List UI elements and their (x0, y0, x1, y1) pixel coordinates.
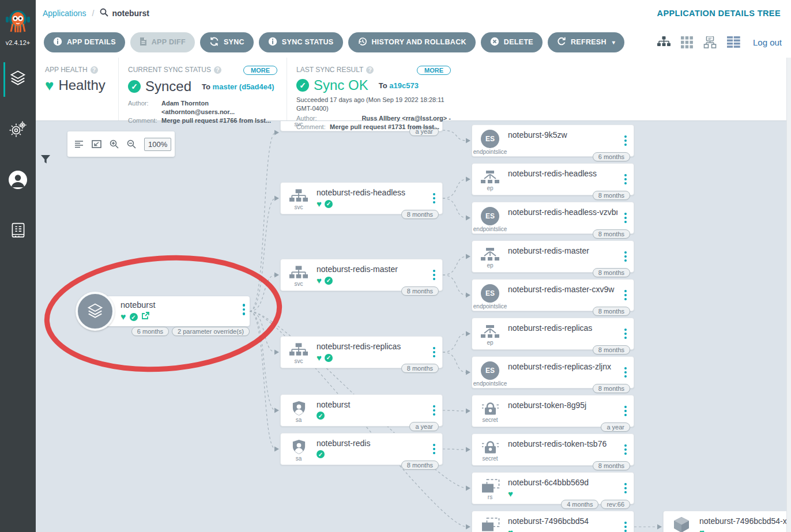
fit-to-screen-icon[interactable] (92, 140, 101, 148)
node-menu-button[interactable] (617, 164, 634, 195)
gear-icon (9, 121, 27, 139)
resource-node-es-cxv9w[interactable]: ESendpointslicenoteburst-redis-master-cx… (472, 279, 634, 311)
node-menu-button[interactable] (617, 434, 634, 465)
help-icon[interactable]: ? (366, 66, 374, 74)
kind-label: ep (487, 339, 493, 346)
node-badge: 8 months (401, 364, 439, 373)
node-menu-button[interactable] (617, 125, 634, 156)
node-badge: 8 months (593, 384, 630, 393)
resource-node-ep-redis-replicas[interactable]: epnoteburst-redis-replicas8 months (472, 318, 634, 350)
sidebar-item-settings[interactable] (0, 116, 36, 144)
node-menu-button[interactable] (426, 337, 442, 368)
sa-icon: sa (281, 395, 317, 426)
app-version: v2.4.12+ (6, 39, 31, 46)
network-view-icon[interactable] (703, 36, 717, 48)
zoom-out-icon[interactable] (127, 139, 136, 149)
history-and-rollback-button[interactable]: HISTORY AND ROLLBACK (348, 32, 476, 52)
application-node-noteburst[interactable]: noteburst♥✓6 months2 parameter override(… (95, 296, 250, 326)
node-menu-button[interactable] (617, 357, 634, 388)
comment-label: Comment: (296, 123, 326, 131)
last-sync-target-link[interactable]: a19c573 (389, 81, 419, 90)
sync-button[interactable]: SYNC (200, 32, 254, 52)
breadcrumb: Applications / noteburst (43, 8, 149, 18)
sidebar-item-docs[interactable] (0, 218, 36, 246)
node-menu-button[interactable] (426, 433, 442, 465)
pods-view-icon[interactable] (681, 36, 693, 48)
svc-icon: svc (281, 337, 317, 368)
resource-node-secret-redis-token[interactable]: secretnoteburst-redis-token-tsb768 month… (472, 433, 634, 466)
node-menu-button[interactable] (617, 511, 634, 532)
node-menu-button[interactable] (617, 280, 634, 311)
synced-check-icon: ✓ (325, 354, 333, 362)
resource-node-rs-6c4bbb569d[interactable]: rsnoteburst-6c4bbb569d♥4 monthsrev:66 (472, 472, 634, 504)
node-badge: 4 months (561, 500, 598, 509)
succeeded-text: Succeeded 17 days ago (Mon Sep 19 2022 1… (296, 96, 451, 113)
layout-icon[interactable] (74, 140, 84, 148)
tree-view-icon[interactable] (657, 36, 671, 48)
delete-button[interactable]: DELETE (481, 32, 543, 52)
resource-node-sa-noteburst-redis[interactable]: sanoteburst-redis✓8 months (280, 433, 443, 465)
sidebar-item-applications[interactable] (0, 66, 36, 93)
healthy-heart-icon: ♥ (317, 353, 322, 362)
filter-icon[interactable] (40, 154, 51, 167)
external-link-icon[interactable] (141, 312, 149, 322)
node-menu-button[interactable] (617, 473, 634, 504)
node-menu-button[interactable] (617, 318, 634, 349)
last-sync-more-button[interactable]: MORE (417, 66, 451, 75)
list-view-icon[interactable] (727, 36, 740, 48)
node-badge: 8 months (401, 286, 439, 296)
refresh-button[interactable]: REFRESH▾ (548, 32, 624, 52)
ep-icon: ep (472, 318, 508, 349)
vertical-scrollbar[interactable] (786, 58, 791, 532)
healthy-heart-icon: ♥ (120, 312, 126, 322)
node-menu-button[interactable] (617, 241, 634, 272)
zoom-level-input[interactable]: 100% (144, 138, 171, 151)
comment-label: Comment: (128, 116, 158, 125)
ep-icon: ep (472, 241, 508, 272)
resource-node-sa-noteburst[interactable]: sanoteburst✓a year (280, 394, 443, 427)
resource-name: noteburst (317, 400, 426, 409)
resource-tree-canvas[interactable]: 100% svc♥✓a yearsvcnoteburst-redis-headl… (36, 121, 791, 532)
logout-button[interactable]: Log out (753, 37, 782, 47)
resource-node-secret-token[interactable]: secretnoteburst-token-8g95ja year (472, 395, 634, 427)
resource-node-pod-xwz[interactable]: podnoteburst-7496bcbd54-xwz♥ (663, 511, 791, 532)
sync-status-label: CURRENT SYNC STATUS (128, 66, 211, 74)
chevron-down-icon: ▾ (612, 39, 615, 46)
sidebar-item-user[interactable] (0, 167, 36, 195)
sync-more-button[interactable]: MORE (243, 66, 277, 75)
node-menu-button[interactable] (426, 259, 442, 290)
node-menu-button[interactable] (617, 202, 634, 233)
resource-node-es-vzvbn[interactable]: ESendpointslicenoteburst-redis-headless-… (472, 202, 634, 234)
resource-node-ep-redis-master[interactable]: epnoteburst-redis-master8 months (472, 240, 634, 273)
resource-name: noteburst-redis-master (508, 246, 617, 255)
resource-node-svc-redis-master[interactable]: svcnoteburst-redis-master♥✓8 months (280, 259, 443, 291)
healthy-heart-icon: ♥ (699, 528, 705, 532)
resource-node-svc-redis-replicas[interactable]: svcnoteburst-redis-replicas♥✓8 months (280, 336, 443, 368)
argo-octopus-logo (0, 0, 36, 43)
application-name: noteburst (120, 300, 233, 310)
app-details-button[interactable]: APP DETAILS (44, 32, 125, 52)
node-menu-button[interactable] (617, 395, 634, 427)
sync-target-link[interactable]: master (d5ad4e4) (213, 82, 274, 91)
status-panels: APP HEALTH? ♥ Healthy CURRENT SYNC STATU… (36, 58, 791, 121)
resource-name: noteburst-7496bcbd54 (508, 516, 617, 526)
sync-status-button[interactable]: SYNC STATUS (259, 32, 343, 52)
node-badge: 2 parameter override(s) (172, 327, 250, 336)
node-menu-button[interactable] (426, 183, 442, 214)
resource-name: noteburst-redis-replicas-zljnx (508, 362, 617, 371)
resource-node-ep-redis-headless[interactable]: epnoteburst-redis-headless8 months (472, 163, 634, 195)
resource-node-es-9k5zw[interactable]: ESendpointslicenoteburst-9k5zw6 months (472, 124, 634, 157)
node-menu-button[interactable] (243, 304, 246, 315)
node-menu-button[interactable] (426, 395, 442, 426)
help-icon[interactable]: ? (214, 66, 221, 74)
help-icon[interactable]: ? (91, 66, 98, 74)
endpointslice-icon: ESendpointslice (472, 357, 508, 388)
sync-status-value: Synced (145, 78, 191, 95)
zoom-in-icon[interactable] (110, 139, 119, 149)
info-icon (268, 37, 277, 48)
resource-node-es-zljnx[interactable]: ESendpointslicenoteburst-redis-replicas-… (472, 356, 634, 388)
breadcrumb-applications-link[interactable]: Applications (43, 9, 86, 18)
delete-icon (490, 37, 499, 48)
resource-node-rs-7496bcbd54[interactable]: rsnoteburst-7496bcbd54♥ (472, 511, 634, 532)
resource-node-svc-redis-headless[interactable]: svcnoteburst-redis-headless♥✓8 months (280, 182, 443, 214)
